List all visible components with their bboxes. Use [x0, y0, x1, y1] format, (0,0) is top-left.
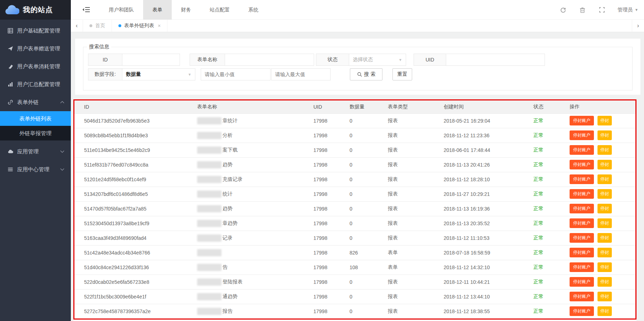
uid-input[interactable] [446, 54, 545, 66]
tabs-scroll-left-icon[interactable]: ‹ [71, 20, 83, 32]
select-caret-icon: ▼ [188, 73, 191, 76]
id-input[interactable] [122, 54, 180, 66]
trash-icon[interactable] [579, 6, 586, 14]
ban-account-button[interactable]: 停封账户 [570, 306, 594, 316]
cell-uid: 17998 [308, 216, 344, 231]
cell-volume: 0 [344, 128, 382, 143]
ban-button[interactable]: 停封 [597, 189, 612, 199]
form-name-suffix: 分析 [223, 132, 233, 138]
tab-close-icon[interactable]: × [158, 23, 161, 29]
redacted-name-blur [197, 264, 221, 271]
ban-account-button[interactable]: 停封账户 [570, 189, 594, 199]
form-name-suffix: 案下载 [223, 147, 238, 152]
ban-account-button[interactable]: 停封账户 [570, 262, 594, 272]
ban-button[interactable]: 停封 [597, 248, 612, 257]
tab-dot-icon [89, 24, 92, 27]
sidebar-item-app-mgmt[interactable]: 应用管理 [0, 143, 71, 160]
ban-button[interactable]: 停封 [597, 233, 612, 243]
cell-form-name: 登陆报表 [192, 275, 308, 289]
sidebar-item-form-gift[interactable]: 用户表单赠送管理 [0, 40, 71, 58]
header-form-type: 表单类型 [382, 100, 438, 113]
ban-button[interactable]: 停封 [597, 292, 612, 301]
sidebar-item-form-link-list[interactable]: 表单外链列表 [0, 111, 71, 126]
ban-button[interactable]: 停封 [597, 160, 612, 169]
search-row-2: 数据字段: 数据量 ▼ 搜 索 [88, 68, 632, 80]
tab-form-link-list[interactable]: 表单外链列表 × [112, 20, 167, 32]
ban-button[interactable]: 停封 [597, 174, 612, 184]
cell-form-name: 通趋势 [192, 289, 308, 304]
sidebar-item-link-report-mgmt[interactable]: 外链举报管理 [0, 126, 71, 140]
cell-form-name: 趋势 [192, 157, 308, 172]
redacted-name-blur [197, 234, 221, 242]
top-menu-forms[interactable]: 表单 [143, 0, 172, 20]
cell-actions: 停封账户停封 [564, 304, 635, 318]
ban-account-button[interactable]: 停封账户 [570, 233, 594, 243]
form-name-suffix: 通趋势 [223, 293, 238, 299]
ban-account-button[interactable]: 停封账户 [570, 160, 594, 169]
cell-volume: 0 [344, 187, 382, 201]
admin-user-menu[interactable]: 管理员 ▼ [618, 7, 638, 13]
ban-account-button[interactable]: 停封账户 [570, 116, 594, 125]
top-menu-system[interactable]: 系统 [239, 0, 268, 20]
sidebar-item-label: 用户表单赠送管理 [17, 45, 71, 52]
fullscreen-icon[interactable] [598, 6, 605, 14]
uid-field-group: UID [414, 54, 545, 66]
sidebar-item-form-consume[interactable]: 用户表单消耗管理 [0, 58, 71, 75]
redacted-name-blur [197, 117, 221, 124]
cell-actions: 停封账户停封 [564, 260, 635, 275]
form-name-suffix: 告 [223, 264, 228, 270]
sidebar-item-form-link[interactable]: 表单外链 [0, 93, 71, 111]
redacted-name-blur [197, 308, 221, 315]
top-menu-finance[interactable]: 财务 [172, 0, 200, 20]
tabs-scroll-right-icon[interactable]: › [632, 20, 644, 32]
sidebar-item-user-summary[interactable]: 用户汇总配置管理 [0, 75, 71, 93]
cell-uid: 17998 [308, 128, 344, 143]
search-button[interactable]: 搜 索 [350, 68, 382, 80]
form-name-suffix: 充值记录 [223, 176, 243, 182]
ban-button[interactable]: 停封 [597, 262, 612, 272]
table-row: 5163caa3f49d3f489690fad4 记录 17998 0 报表 2… [74, 231, 635, 245]
sidebar-submenu-form-link: 表单外链列表 外链举报管理 [0, 111, 71, 140]
status-select[interactable]: 选择状态 ▼ [349, 54, 406, 66]
data-field-select[interactable]: 数据量 ▼ [122, 68, 195, 80]
ban-account-button[interactable]: 停封账户 [570, 174, 594, 184]
cell-created: 2018-11-12 18:28:10 [438, 172, 528, 187]
tab-home[interactable]: 首页 [83, 20, 112, 32]
sidebar-collapse-icon[interactable] [82, 6, 90, 13]
reset-button[interactable]: 重置 [392, 68, 412, 80]
cell-volume: 0 [344, 201, 382, 216]
top-menu-users-teams[interactable]: 用户和团队 [99, 0, 143, 20]
cell-created: 2018-11-13 20:41:26 [438, 157, 528, 172]
ban-account-button[interactable]: 停封账户 [570, 145, 594, 155]
max-value-input[interactable] [271, 68, 331, 80]
brand[interactable]: 我的站点 [0, 0, 71, 20]
sidebar-item-app-center-mgmt[interactable]: 应用中心管理 [0, 160, 71, 178]
top-navbar: 用户和团队 表单 财务 站点配置 系统 管理 [71, 0, 644, 20]
header-status: 状态 [528, 100, 564, 113]
ban-button[interactable]: 停封 [597, 204, 612, 213]
cell-status: 正常 [528, 289, 564, 304]
ban-button[interactable]: 停封 [597, 145, 612, 155]
ban-account-button[interactable]: 停封账户 [570, 204, 594, 213]
cell-form-type: 报表 [382, 216, 438, 231]
ban-account-button[interactable]: 停封账户 [570, 292, 594, 301]
redacted-name-blur [197, 205, 221, 212]
min-value-input[interactable] [201, 68, 270, 80]
ban-button[interactable]: 停封 [597, 306, 612, 316]
form-name-input[interactable] [225, 54, 314, 66]
ban-button[interactable]: 停封 [597, 130, 612, 140]
ban-button[interactable]: 停封 [597, 218, 612, 228]
ban-account-button[interactable]: 停封账户 [570, 130, 594, 140]
main-content: 搜索信息 ID 表单名称 状态 选择状态 ▼ [71, 32, 644, 321]
ban-button[interactable]: 停封 [597, 116, 612, 125]
ban-account-button[interactable]: 停封账户 [570, 277, 594, 287]
ban-account-button[interactable]: 停封账户 [570, 248, 594, 257]
cell-volume: 0 [344, 275, 382, 289]
top-menu-site-config[interactable]: 站点配置 [200, 0, 239, 20]
ban-button[interactable]: 停封 [597, 277, 612, 287]
sidebar-item-user-basic-config[interactable]: 用户基础配置管理 [0, 22, 71, 40]
cell-form-name: 统计 [192, 187, 308, 201]
cell-form-type: 报表 [382, 128, 438, 143]
refresh-icon[interactable] [560, 6, 567, 14]
ban-account-button[interactable]: 停封账户 [570, 218, 594, 228]
